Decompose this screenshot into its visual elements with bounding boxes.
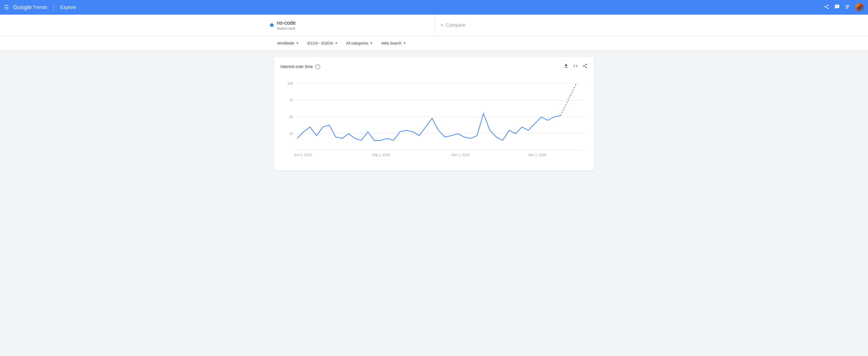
chart-trend-line (297, 114, 561, 140)
search-term-indicator (270, 23, 274, 27)
feedback-icon[interactable] (834, 4, 840, 11)
embed-icon[interactable] (573, 63, 578, 70)
category-chevron-icon: ▼ (370, 41, 373, 45)
compare-box[interactable]: + Compare (434, 15, 604, 36)
interest-over-time-chart: 100 75 50 25 Jun 2, 2019 Sep 1, 2019 Dec… (280, 75, 588, 165)
menu-icon[interactable]: ☰ (4, 4, 9, 10)
help-icon[interactable]: ? (315, 64, 320, 69)
y-label-75: 75 (289, 98, 293, 102)
header-actions (824, 3, 864, 11)
search-term-info: no-code Search term (277, 20, 296, 30)
google-wordmark: Google (13, 4, 32, 11)
app-header: ☰ Google Trends Explore (0, 0, 868, 15)
y-label-100: 100 (287, 81, 293, 85)
search-row: no-code Search term + Compare (264, 15, 604, 36)
share-icon[interactable] (824, 4, 829, 11)
trends-wordmark: Trends (33, 5, 47, 10)
search-type-filter[interactable]: Web Search ▼ (378, 39, 409, 47)
y-label-25: 25 (289, 132, 293, 136)
x-label-jun: Jun 2, 2019 (294, 153, 312, 157)
download-icon[interactable] (563, 63, 569, 70)
date-filter[interactable]: 6/1/19 - 3/26/20 ▼ (304, 39, 341, 47)
search-type-chevron-icon: ▼ (403, 41, 406, 45)
location-filter[interactable]: Worldwide ▼ (274, 39, 302, 47)
search-type-filter-label: Web Search (381, 41, 402, 45)
header-logo: Google Trends (13, 4, 47, 11)
search-area: no-code Search term + Compare (0, 15, 868, 36)
location-chevron-icon: ▼ (296, 41, 299, 45)
search-term-box[interactable]: no-code Search term (264, 15, 434, 36)
x-label-dec: Dec 1, 2019 (452, 153, 470, 157)
category-filter[interactable]: All categories ▼ (343, 39, 376, 47)
share-chart-icon[interactable] (582, 63, 588, 70)
search-term-label: Search term (277, 27, 296, 30)
chart-title-area: Interest over time ? (280, 64, 320, 69)
chart-card: Interest over time ? (274, 57, 594, 171)
main-content: Interest over time ? (264, 57, 604, 171)
compare-plus-icon: + (440, 22, 444, 29)
date-chevron-icon: ▼ (335, 41, 338, 45)
x-label-sep: Sep 1, 2019 (372, 153, 390, 157)
search-term-text: no-code (277, 20, 296, 26)
chart-container: 100 75 50 25 Jun 2, 2019 Sep 1, 2019 Dec… (280, 75, 588, 165)
filters-area: Worldwide ▼ 6/1/19 - 3/26/20 ▼ All categ… (0, 36, 868, 51)
chart-title: Interest over time (280, 64, 313, 69)
user-avatar[interactable] (856, 3, 864, 11)
apps-icon[interactable] (845, 4, 850, 11)
location-filter-label: Worldwide (277, 41, 294, 45)
x-label-mar: Mar 1, 2020 (528, 153, 546, 157)
y-label-50: 50 (289, 115, 293, 119)
chart-projection-line (561, 83, 577, 116)
category-filter-label: All categories (346, 41, 368, 45)
compare-text: Compare (446, 23, 465, 28)
explore-label: Explore (60, 5, 76, 10)
chart-header: Interest over time ? (280, 63, 588, 70)
filters-row: Worldwide ▼ 6/1/19 - 3/26/20 ▼ All categ… (264, 39, 604, 47)
date-filter-label: 6/1/19 - 3/26/20 (307, 41, 333, 45)
chart-actions (563, 63, 588, 70)
